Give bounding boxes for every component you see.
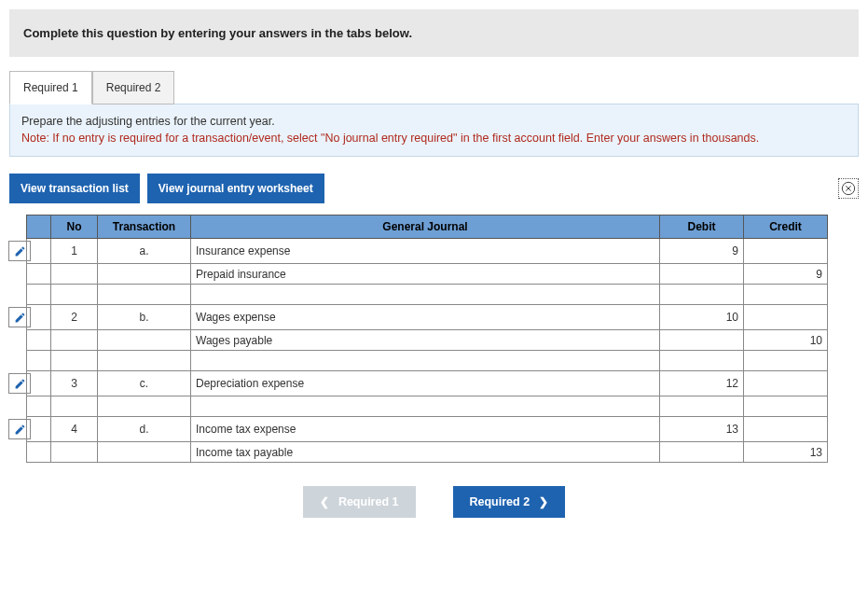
cell-debit[interactable] (660, 264, 744, 285)
cell-no: 4 (51, 417, 98, 442)
view-transaction-list-button[interactable]: View transaction list (9, 174, 140, 203)
table-row: 3 c. Depreciation expense 12 (27, 371, 828, 396)
cell-no: 2 (51, 305, 98, 330)
cell-debit[interactable]: 10 (660, 305, 744, 330)
cell-credit[interactable] (744, 239, 828, 264)
cell-account[interactable]: Wages expense (191, 305, 660, 330)
header-credit: Credit (744, 216, 828, 239)
edit-icon[interactable] (8, 307, 31, 327)
cell-account[interactable]: Income tax payable (191, 442, 660, 463)
chevron-right-icon: ❯ (539, 495, 548, 508)
table-row: 1 a. Insurance expense 9 (27, 239, 828, 264)
cell-credit[interactable] (744, 305, 828, 330)
table-row: Prepaid insurance 9 (27, 264, 828, 285)
action-row: View transaction list View journal entry… (9, 174, 859, 203)
header-general-journal: General Journal (191, 216, 660, 239)
cell-transaction: a. (98, 239, 191, 264)
journal-table: No Transaction General Journal Debit Cre… (26, 215, 828, 463)
tab-bar: Required 1 Required 2 (9, 71, 859, 104)
cell-account[interactable]: Insurance expense (191, 239, 660, 264)
table-row: Wages payable 10 (27, 330, 828, 351)
next-label: Required 2 (470, 495, 530, 508)
edit-icon[interactable] (8, 419, 31, 439)
next-button[interactable]: Required 2 ❯ (453, 486, 566, 518)
cell-no: 1 (51, 239, 98, 264)
cell-debit[interactable]: 9 (660, 239, 744, 264)
cell-no: 3 (51, 371, 98, 396)
instruction-text: Complete this question by entering your … (9, 9, 859, 57)
cell-transaction: c. (98, 371, 191, 396)
header-no: No (51, 216, 98, 239)
tab-required-1[interactable]: Required 1 (9, 71, 92, 104)
cell-account[interactable]: Income tax expense (191, 417, 660, 442)
prev-label: Required 1 (338, 495, 399, 508)
tab-required-2[interactable]: Required 2 (92, 71, 175, 104)
table-row (27, 285, 828, 305)
cell-credit[interactable]: 10 (744, 330, 828, 351)
cell-account[interactable]: Prepaid insurance (191, 264, 660, 285)
cell-debit[interactable]: 13 (660, 417, 744, 442)
close-icon[interactable] (838, 178, 859, 199)
chevron-left-icon: ❮ (320, 495, 329, 508)
nav-row: ❮ Required 1 Required 2 ❯ (9, 486, 859, 518)
prev-button[interactable]: ❮ Required 1 (303, 486, 416, 518)
cell-credit[interactable] (744, 417, 828, 442)
prompt-box: Prepare the adjusting entries for the cu… (9, 104, 859, 157)
table-row: 2 b. Wages expense 10 (27, 305, 828, 330)
cell-credit[interactable]: 13 (744, 442, 828, 463)
prompt-main: Prepare the adjusting entries for the cu… (21, 115, 275, 128)
header-transaction: Transaction (98, 216, 191, 239)
cell-credit[interactable] (744, 371, 828, 396)
cell-debit[interactable] (660, 442, 744, 463)
table-row (27, 351, 828, 371)
edit-icon[interactable] (8, 241, 31, 261)
cell-transaction: d. (98, 417, 191, 442)
table-row: 4 d. Income tax expense 13 (27, 417, 828, 442)
view-journal-worksheet-button[interactable]: View journal entry worksheet (147, 174, 324, 203)
cell-debit[interactable] (660, 330, 744, 351)
prompt-note: Note: If no entry is required for a tran… (21, 132, 759, 145)
cell-credit[interactable]: 9 (744, 264, 828, 285)
cell-debit[interactable]: 12 (660, 371, 744, 396)
cell-transaction: b. (98, 305, 191, 330)
cell-account[interactable]: Wages payable (191, 330, 660, 351)
edit-icon[interactable] (8, 373, 31, 394)
table-row (27, 396, 828, 417)
cell-account[interactable]: Depreciation expense (191, 371, 660, 396)
header-debit: Debit (660, 216, 744, 239)
table-row: Income tax payable 13 (27, 442, 828, 463)
